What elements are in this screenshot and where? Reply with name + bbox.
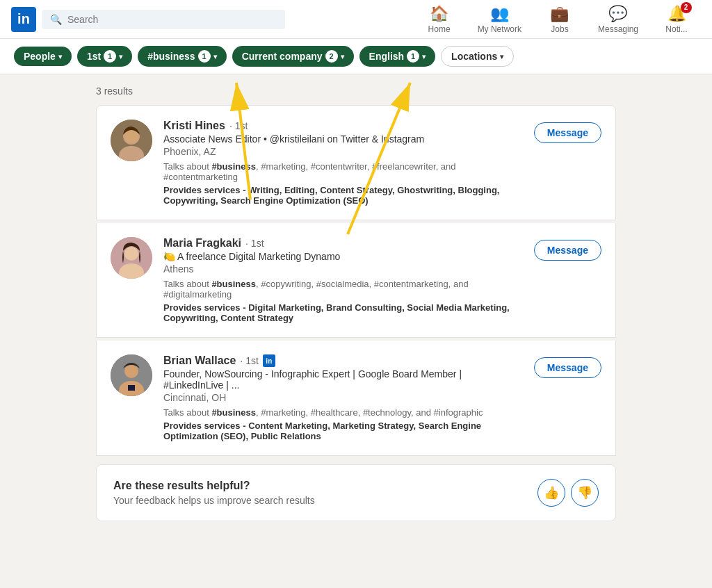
linkedin-badge-icon: in [263, 354, 275, 367]
nav-jobs-label: Jobs [551, 24, 568, 34]
chevron-down-icon: ▾ [422, 53, 426, 60]
filter-english-badge: 1 [407, 50, 419, 63]
person-location: Athens [163, 263, 523, 275]
avatar [111, 120, 152, 161]
person-name: Maria Fragkaki · 1st [163, 237, 523, 250]
filter-current-company[interactable]: Current company 2 ▾ [232, 46, 354, 67]
connection-degree: · 1st [240, 355, 258, 366]
person-services: Provides services - Writing, Editing, Co… [163, 185, 523, 206]
nav-my-network[interactable]: 👥 My Network [467, 5, 533, 34]
search-bar[interactable]: 🔍 [42, 10, 285, 29]
search-results: 3 results Kristi Hines · 1st Associate N… [85, 85, 627, 521]
thumbs-down-button[interactable]: 👎 [571, 479, 599, 507]
filter-business-badge: 1 [198, 50, 211, 63]
home-icon: 🏠 [430, 5, 448, 23]
avatar [111, 354, 152, 396]
filter-1st-badge: 1 [104, 50, 116, 63]
filter-people[interactable]: People ▾ [14, 47, 72, 66]
thumbs-down-icon: 👎 [577, 485, 592, 500]
nav-messaging[interactable]: 💬 Messaging [587, 5, 649, 34]
nav-notifications[interactable]: 🔔 2 Noti... [652, 5, 701, 34]
person-info: Maria Fragkaki · 1st 🍋 A freelance Digit… [163, 237, 523, 323]
filter-bar: People ▾ 1st 1 ▾ #business 1 ▾ Current c… [0, 39, 712, 74]
filter-1st-label: 1st [87, 51, 101, 62]
person-location: Cincinnati, OH [163, 392, 523, 403]
filter-business[interactable]: #business 1 ▾ [138, 46, 226, 67]
filter-english-label: English [369, 51, 405, 62]
svg-point-12 [124, 364, 138, 378]
jobs-icon: 💼 [550, 5, 569, 23]
search-input[interactable] [67, 14, 277, 25]
search-icon: 🔍 [50, 14, 62, 25]
person-tags: Talks about #business, #marketing, #heal… [163, 407, 523, 418]
feedback-title: Are these results helpful? [113, 480, 315, 492]
person-tags: Talks about #business, #copywriting, #so… [163, 279, 523, 300]
filter-current-company-label: Current company [242, 51, 323, 62]
person-services: Provides services - Digital Marketing, B… [163, 302, 523, 323]
filter-people-label: People [24, 51, 56, 62]
nav-messaging-label: Messaging [598, 24, 638, 34]
svg-rect-14 [128, 385, 135, 391]
person-card-kristi-hines: Kristi Hines · 1st Associate News Editor… [96, 105, 616, 220]
chevron-down-icon: ▾ [500, 53, 503, 60]
message-button-kristi[interactable]: Message [534, 122, 601, 143]
feedback-buttons: 👍 👎 [537, 479, 599, 507]
person-card-brian-wallace: Brian Wallace · 1st in Founder, NowSourc… [96, 341, 616, 456]
person-name: Kristi Hines · 1st [163, 120, 523, 132]
chevron-down-icon: ▾ [119, 53, 122, 60]
nav-home-label: Home [428, 24, 451, 34]
feedback-description: Your feedback helps us improve search re… [113, 495, 315, 506]
network-icon: 👥 [490, 5, 509, 23]
person-card-maria-fragkaki: Maria Fragkaki · 1st 🍋 A freelance Digit… [96, 223, 616, 338]
connection-degree: · 1st [245, 238, 264, 249]
thumbs-up-icon: 👍 [544, 485, 559, 500]
filter-locations-label: Locations [451, 51, 497, 62]
person-name: Brian Wallace · 1st in [163, 354, 523, 367]
message-button-brian[interactable]: Message [534, 357, 601, 378]
message-button-maria[interactable]: Message [534, 240, 601, 261]
person-title: Founder, NowSourcing - Infographic Exper… [163, 368, 523, 391]
filter-business-label: #business [147, 51, 195, 62]
notification-badge: 2 [681, 2, 692, 13]
main-navigation: 🏠 Home 👥 My Network 💼 Jobs 💬 Messaging 🔔… [415, 5, 701, 34]
feedback-card: Are these results helpful? Your feedback… [96, 464, 616, 521]
nav-notifications-label: Noti... [665, 24, 687, 34]
nav-home[interactable]: 🏠 Home [415, 5, 464, 34]
results-count: 3 results [96, 85, 616, 97]
messaging-icon: 💬 [608, 5, 627, 23]
person-services: Provides services - Content Marketing, M… [163, 420, 523, 441]
feedback-text: Are these results helpful? Your feedback… [113, 480, 315, 506]
svg-point-9 [124, 247, 138, 261]
connection-degree: · 1st [229, 120, 248, 131]
nav-jobs[interactable]: 💼 Jobs [535, 5, 584, 34]
filter-current-company-badge: 2 [325, 50, 338, 63]
person-tags: Talks about #business, #marketing, #cont… [163, 161, 523, 182]
person-info: Brian Wallace · 1st in Founder, NowSourc… [163, 354, 523, 441]
person-title: 🍋 A freelance Digital Marketing Dynamo [163, 251, 523, 262]
linkedin-logo[interactable]: in [11, 7, 36, 32]
person-title: Associate News Editor • @kristileilani o… [163, 133, 523, 145]
chevron-down-icon: ▾ [58, 53, 62, 60]
filter-locations[interactable]: Locations ▾ [441, 46, 514, 67]
thumbs-up-button[interactable]: 👍 [537, 479, 565, 507]
chevron-down-icon: ▾ [213, 53, 217, 60]
person-info: Kristi Hines · 1st Associate News Editor… [163, 120, 523, 206]
filter-english[interactable]: English 1 ▾ [359, 46, 436, 67]
filter-1st[interactable]: 1st 1 ▾ [77, 46, 132, 67]
person-location: Phoenix, AZ [163, 146, 523, 157]
notifications-icon: 🔔 2 [668, 5, 686, 23]
top-navigation: in 🔍 🏠 Home 👥 My Network 💼 Jobs 💬 Messag… [0, 0, 712, 39]
nav-network-label: My Network [478, 24, 521, 34]
chevron-down-icon: ▾ [341, 53, 344, 60]
avatar [111, 237, 152, 279]
